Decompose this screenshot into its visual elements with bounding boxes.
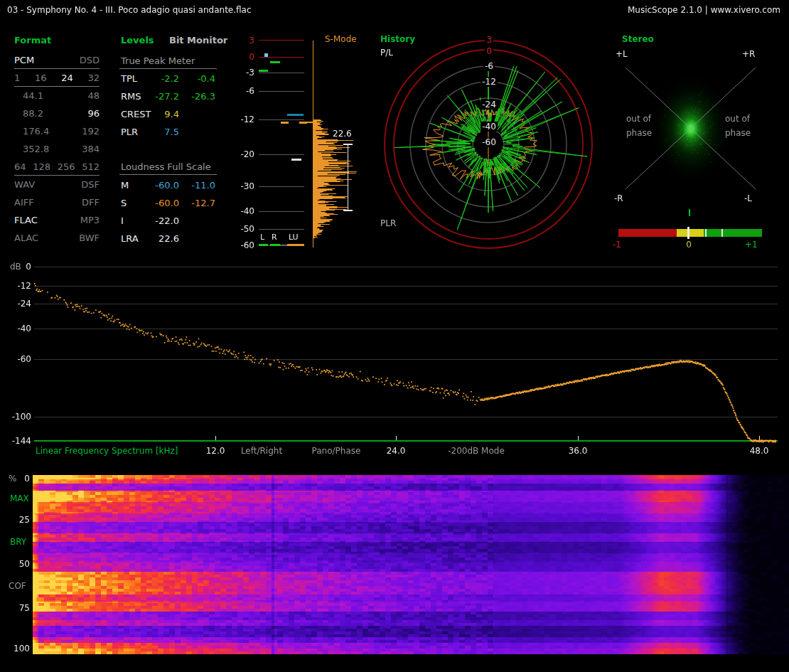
spectrum-mode-2[interactable]: -200dB Mode: [448, 446, 505, 456]
stereo-corner-plus-r: +R: [742, 49, 755, 59]
goniometer: [613, 63, 769, 193]
app-version: MusicScope 2.1.0 | www.xivero.com: [628, 5, 780, 15]
correlation-neutral-zone: [677, 229, 704, 237]
format-bit-32: 32: [87, 73, 100, 83]
format-bit-24: 24: [61, 73, 73, 83]
format-dsd: DSD: [80, 55, 100, 65]
tpl-label: TPL: [121, 73, 137, 84]
spectrum-xtick-48.0: 48.0: [750, 446, 769, 456]
spectrum-ytick--40: -40: [3, 324, 31, 334]
correlation-scale-tick-2: [721, 229, 723, 237]
smode-histogram: [306, 36, 357, 250]
s-value-left: -60.0: [155, 198, 179, 208]
loudness-title: Loudness Full Scale: [121, 162, 211, 172]
tpl-value-left: -2.2: [161, 73, 179, 84]
levels-row-rms: RMS -27.2 -26.3: [121, 91, 215, 102]
correlation-positive-zone: [704, 229, 762, 237]
format-rate-176-4: 176.4: [14, 126, 49, 137]
levels-row-crest: CREST 9.4: [121, 109, 215, 120]
spectrogram-ytick-75: 75: [3, 603, 30, 613]
format-dsd-128: 128: [33, 161, 50, 172]
i-value: -22.0: [155, 215, 179, 226]
spectrogram-max-label: MAX: [10, 494, 29, 503]
meter-scale-0: 0: [226, 52, 254, 62]
stereo-corner-minus-l: -L: [744, 193, 752, 203]
meter-scale--40: -40: [226, 206, 254, 216]
plr-label: PLR: [121, 127, 138, 137]
spectrum-ytick--60: -60: [3, 354, 31, 364]
meter-scale--20: -20: [226, 149, 254, 159]
meter-scale--3: -3: [226, 68, 254, 78]
spectrum-xtick-24.0: 24.0: [387, 446, 406, 456]
true-peak-meter-title: True Peak Meter: [121, 56, 195, 66]
spectrum-mode-1[interactable]: Pano/Phase: [312, 446, 361, 456]
format-rate-48: 48: [87, 90, 100, 101]
spectrum-ytick--144: -144: [3, 436, 31, 446]
i-label: I: [121, 215, 124, 226]
stereo-corner-plus-l: +L: [616, 49, 628, 59]
lra-value: 22.6: [159, 233, 179, 244]
spectrogram-ytick-50: 50: [3, 559, 30, 569]
spectrum-xtick-36.0: 36.0: [569, 446, 588, 456]
format-row-rate-2: 88.2 96: [14, 108, 100, 119]
stereo-corner-minus-r: -R: [614, 193, 623, 203]
correlation-tick-icon: [689, 209, 690, 216]
format-row-dsd-rates: 64 128 256 512: [14, 161, 100, 172]
format-aiff: AIFF: [14, 197, 34, 208]
spectrum-db-unit: dB: [10, 262, 21, 272]
spectrum-ytick--100: -100: [3, 412, 31, 422]
format-row-bits: 1 16 24 32: [14, 73, 100, 83]
format-divider-3: [14, 175, 100, 176]
format-rate-88-2: 88.2: [14, 108, 43, 119]
format-alac: ALAC: [14, 233, 38, 243]
correlation-min-label: -1: [613, 240, 621, 250]
levels-row-i: I -22.0: [121, 215, 215, 227]
meter-scale--60: -60: [226, 240, 254, 250]
format-bit-1: 1: [14, 73, 20, 83]
crest-label: CREST: [121, 109, 151, 119]
format-rate-192: 192: [82, 126, 100, 137]
meter-scale-3: 3: [226, 36, 254, 46]
level-meter: [256, 36, 310, 250]
bit-monitor-tab[interactable]: Bit Monitor: [169, 36, 227, 46]
format-row-codec: PCM DSD: [14, 55, 100, 65]
tpl-value-right: -0.4: [198, 73, 215, 84]
levels-row-plr: PLR 7.5: [121, 127, 215, 138]
format-bit-16: 16: [35, 73, 47, 83]
spectrogram-ytick-25: 25: [3, 515, 30, 525]
correlation-negative-zone: [618, 229, 677, 237]
spectrum-mode-0[interactable]: Left/Right: [241, 446, 282, 456]
frequency-spectrum-plot: [33, 263, 779, 444]
rms-value-right: -26.3: [191, 91, 215, 102]
m-label: M: [121, 180, 129, 191]
spectrum-ytick--24: -24: [3, 299, 31, 309]
correlation-marker: [687, 227, 689, 239]
format-header: Format: [14, 36, 51, 46]
format-wav: WAV: [14, 179, 35, 190]
format-row-container-4: ALAC BWF: [14, 233, 100, 243]
correlation-zero-label: 0: [686, 240, 692, 250]
spectrogram-ytick-0: 0: [3, 474, 30, 484]
m-value-right: -11.0: [191, 180, 215, 191]
format-rate-384: 384: [82, 144, 100, 154]
crest-value: 9.4: [164, 109, 179, 119]
format-pcm: PCM: [14, 55, 34, 65]
format-flac: FLAC: [14, 215, 38, 225]
format-bwf: BWF: [79, 233, 100, 243]
format-rate-96: 96: [87, 108, 100, 119]
history-polar-plot: [377, 31, 604, 257]
window-title: 03 - Symphony No. 4 - III. Poco adagio q…: [7, 5, 252, 15]
format-rate-44-1: 44.1: [14, 90, 43, 101]
format-mp3: MP3: [80, 215, 100, 225]
meter-scale--50: -50: [226, 224, 254, 234]
format-row-container-1: WAV DSF: [14, 179, 100, 190]
format-row-container-3: FLAC MP3: [14, 215, 100, 225]
correlation-meter: [618, 229, 762, 237]
spectrum-title: Linear Frequency Spectrum [kHz]: [36, 446, 178, 456]
spectrogram-bry-label: BRY: [10, 537, 26, 547]
spectrum-ytick-0: 0: [3, 262, 31, 272]
spectrum-ytick--12: -12: [3, 281, 31, 291]
levels-row-s: S -60.0 -12.7: [121, 198, 215, 209]
rms-value-left: -27.2: [155, 91, 179, 102]
levels-row-tpl: TPL -2.2 -0.4: [121, 73, 215, 85]
